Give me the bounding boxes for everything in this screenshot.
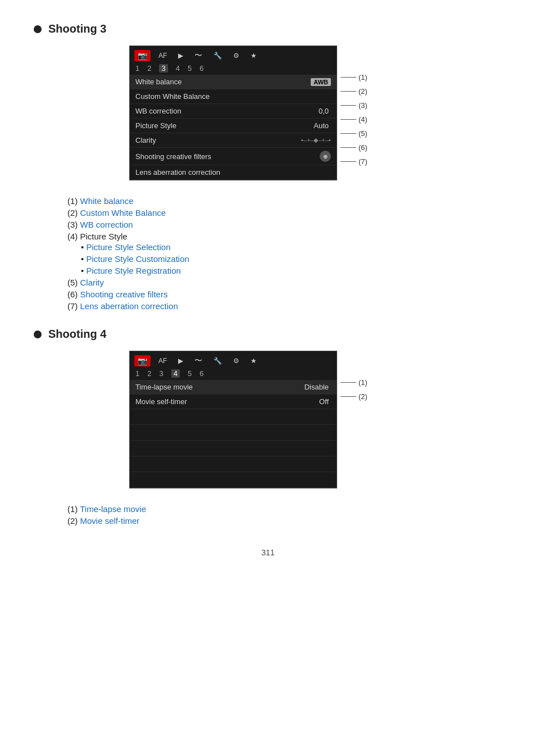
list-item-3: (3) WB correction	[67, 220, 502, 229]
awb-badge: AWB	[311, 78, 331, 86]
tab-6[interactable]: 6	[199, 369, 203, 378]
play-tab-icon[interactable]: ▶	[175, 356, 187, 366]
wave-tab-icon[interactable]: 〜	[191, 355, 206, 367]
lens-aberration-link[interactable]: Lens aberration correction	[80, 301, 178, 311]
list-item-7: (7) Lens aberration correction	[67, 301, 502, 311]
tab-4[interactable]: 4	[171, 369, 180, 378]
menu-rows-4: Time-lapse movie Disable Movie self-time…	[130, 380, 337, 488]
row-value: Disable	[305, 383, 329, 391]
row-value: 0,0	[319, 107, 329, 115]
row-label: Movie self-timer	[135, 397, 319, 406]
star-tab-icon[interactable]: ★	[247, 356, 260, 366]
af-tab-icon[interactable]: AF	[155, 51, 170, 61]
tab-6[interactable]: 6	[199, 64, 203, 73]
ann-label: (6)	[358, 143, 367, 152]
ann-dash	[340, 91, 356, 92]
af-tab-icon[interactable]: AF	[155, 356, 170, 366]
ann-label: (1)	[358, 73, 367, 82]
shooting4-items-list: (1) Time-lapse movie (2) Movie self-time…	[67, 504, 502, 526]
list-item-1: (1) Time-lapse movie	[67, 504, 502, 514]
shooting4-heading: Shooting 4	[34, 328, 502, 341]
clarity-link[interactable]: Clarity	[80, 278, 105, 287]
picture-style-selection-link[interactable]: Picture Style Selection	[86, 242, 170, 252]
play-tab-icon[interactable]: ▶	[175, 51, 187, 61]
bullet-icon	[34, 25, 42, 33]
tab-3[interactable]: 3	[159, 369, 163, 378]
tab-2[interactable]: 2	[147, 64, 151, 73]
menu-tabs-row: 📷 AF ▶ 〜 🔧 ⚙ ★	[130, 351, 337, 367]
timelapse-link[interactable]: Time-lapse movie	[80, 504, 146, 514]
picture-style-customization-link[interactable]: Picture Style Customization	[86, 254, 189, 264]
camera-tab-icon[interactable]: 📷	[134, 50, 151, 61]
ann-label: (2)	[358, 392, 367, 401]
menu-row-movie-selftimer[interactable]: Movie self-timer Off	[130, 395, 337, 409]
menu-tab-numbers: 1 2 3 4 5 6	[130, 62, 337, 75]
menu-row-wb-correction[interactable]: WB correction 0,0	[130, 104, 337, 119]
wrench-tab-icon[interactable]: 🔧	[210, 51, 225, 61]
ann-dash	[340, 77, 356, 78]
row-value: Auto	[314, 121, 329, 130]
tab-1[interactable]: 1	[135, 64, 139, 73]
menu-row-empty-5	[130, 472, 337, 488]
shooting3-heading: Shooting 3	[34, 22, 502, 35]
shooting3-title: Shooting 3	[48, 22, 106, 35]
tab-5[interactable]: 5	[188, 64, 192, 73]
row-label: White balance	[135, 78, 311, 86]
tab-2[interactable]: 2	[147, 369, 151, 378]
gear-tab-icon[interactable]: ⚙	[230, 356, 243, 366]
tab-1[interactable]: 1	[135, 369, 139, 378]
list-item-2: (2) Movie self-timer	[67, 516, 502, 526]
wb-correction-link[interactable]: WB correction	[80, 220, 133, 229]
ann-line-3: (3)	[340, 101, 367, 110]
menu-row-picture-style[interactable]: Picture Style Auto	[130, 119, 337, 133]
clarity-bar: ▪–+–◆–+–▪	[301, 137, 331, 144]
tab-3[interactable]: 3	[159, 64, 167, 73]
ann-dash	[340, 161, 356, 162]
annotation-lines-4: (1) (2)	[340, 375, 367, 404]
bullet-icon	[34, 331, 42, 338]
white-balance-link[interactable]: White balance	[80, 196, 134, 206]
menu-row-clarity[interactable]: Clarity ▪–+–◆–+–▪	[130, 133, 337, 148]
ann-line-6: (6)	[340, 143, 367, 152]
shooting3-menu-wrapper: 📷 AF ▶ 〜 🔧 ⚙ ★ 1 2 3 4 5 6 White balance	[129, 46, 502, 180]
star-tab-icon[interactable]: ★	[247, 51, 260, 61]
ann-line-1: (1)	[340, 378, 367, 387]
shooting-creative-filters-link[interactable]: Shooting creative filters	[80, 289, 168, 299]
ann-line-2: (2)	[340, 87, 367, 96]
shooting4-section: Shooting 4 📷 AF ▶ 〜 🔧 ⚙ ★ 1 2 3 4 5 6	[34, 328, 502, 526]
ann-line-2: (2)	[340, 392, 367, 401]
subitem-2: Picture Style Customization	[81, 254, 502, 264]
menu-rows-3: White balance AWB Custom White Balance W…	[130, 75, 337, 180]
menu-row-lens-aberration[interactable]: Lens aberration correction	[130, 165, 337, 180]
subitem-3: Picture Style Registration	[81, 266, 502, 275]
menu-row-timelapse[interactable]: Time-lapse movie Disable	[130, 380, 337, 395]
ann-dash	[340, 119, 356, 120]
cfilter-icon: ⊕	[320, 151, 331, 162]
picture-style-registration-link[interactable]: Picture Style Registration	[86, 266, 180, 275]
row-label: WB correction	[135, 107, 319, 115]
wave-tab-icon[interactable]: 〜	[191, 49, 206, 62]
ann-dash	[340, 147, 356, 148]
camera-tab-icon[interactable]: 📷	[134, 355, 151, 366]
menu-row-white-balance[interactable]: White balance AWB	[130, 75, 337, 89]
ann-label: (7)	[358, 157, 367, 166]
wrench-tab-icon[interactable]: 🔧	[210, 356, 225, 366]
custom-wb-link[interactable]: Custom White Balance	[80, 208, 166, 218]
tab-5[interactable]: 5	[188, 369, 192, 378]
ann-label: (1)	[358, 378, 367, 387]
list-item-6: (6) Shooting creative filters	[67, 289, 502, 299]
tab-4[interactable]: 4	[176, 64, 180, 73]
row-label: Custom White Balance	[135, 92, 331, 101]
ann-label: (2)	[358, 87, 367, 96]
gear-tab-icon[interactable]: ⚙	[230, 51, 243, 61]
movie-selftimer-link[interactable]: Movie self-timer	[80, 516, 140, 526]
shooting3-camera-menu: 📷 AF ▶ 〜 🔧 ⚙ ★ 1 2 3 4 5 6 White balance	[129, 46, 337, 180]
list-item-4: (4) Picture Style Picture Style Selectio…	[67, 232, 502, 275]
ann-label: (3)	[358, 101, 367, 110]
menu-row-shooting-creative-filters[interactable]: Shooting creative filters ⊕	[130, 148, 337, 165]
row-label: Shooting creative filters	[135, 152, 320, 161]
menu-tabs-row: 📷 AF ▶ 〜 🔧 ⚙ ★	[130, 46, 337, 62]
ann-label: (4)	[358, 115, 367, 124]
ann-line-1: (1)	[340, 73, 367, 82]
menu-row-custom-wb[interactable]: Custom White Balance	[130, 89, 337, 104]
